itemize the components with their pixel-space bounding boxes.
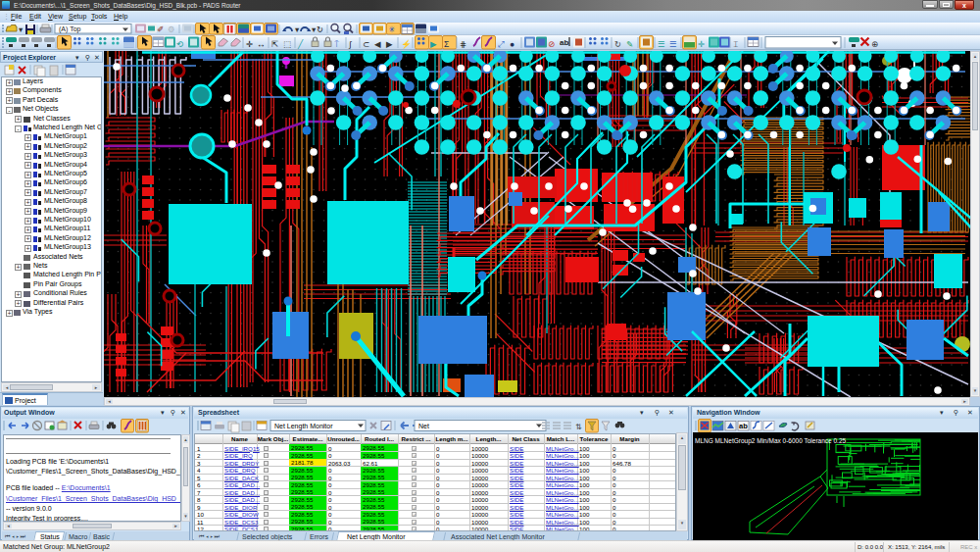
svg-text:✳: ✳ xyxy=(388,25,395,34)
svg-text:▾: ▾ xyxy=(295,25,300,34)
svg-text:⌶: ⌶ xyxy=(733,39,738,49)
svg-text:↔: ↔ xyxy=(257,39,266,49)
svg-text:✛: ✛ xyxy=(246,39,253,49)
svg-text:⋕: ⋕ xyxy=(460,39,466,49)
svg-text:⚡: ⚡ xyxy=(401,39,412,50)
svg-text:Net Length Monitor: Net Length Monitor xyxy=(274,423,333,430)
svg-text:↻: ↻ xyxy=(614,39,621,49)
svg-text:ab: ab xyxy=(739,422,748,430)
svg-text:●: ● xyxy=(510,39,514,49)
svg-text:⊕: ⊕ xyxy=(871,39,878,49)
svg-text:⇅: ⇅ xyxy=(575,423,582,431)
svg-text:✛: ✛ xyxy=(698,39,705,49)
svg-text:(A) Top: (A) Top xyxy=(59,25,81,33)
svg-text:↻: ↻ xyxy=(317,25,323,34)
svg-text:MLNG MLNetGroup2 Min/Max 0-600: MLNG MLNetGroup2 Min/Max 0-6000 Toleranc… xyxy=(695,437,847,445)
svg-text:∫: ∫ xyxy=(348,39,352,49)
svg-text:☰: ☰ xyxy=(658,39,665,49)
svg-text:⊘: ⊘ xyxy=(548,39,555,49)
svg-text:⤢: ⤢ xyxy=(498,39,505,49)
svg-text:✎: ✎ xyxy=(626,39,633,49)
svg-text:ab: ab xyxy=(560,38,568,47)
svg-text:Σ: Σ xyxy=(444,39,449,49)
svg-text:⊂: ⊂ xyxy=(363,39,369,49)
svg-text:Net: Net xyxy=(418,423,429,429)
svg-text:⬚: ⬚ xyxy=(283,39,291,49)
svg-text:⇱: ⇱ xyxy=(271,39,278,49)
svg-text:⚙: ⚙ xyxy=(168,25,175,34)
svg-text:⟲: ⟲ xyxy=(176,39,183,49)
svg-text:╱: ╱ xyxy=(297,39,304,50)
svg-text:▶: ▶ xyxy=(430,39,437,49)
svg-text:⍑: ⍑ xyxy=(334,39,340,49)
svg-text:▶: ▶ xyxy=(386,39,393,49)
svg-text:✐: ✐ xyxy=(157,25,164,34)
svg-text:◀: ◀ xyxy=(374,39,381,49)
svg-text:☰: ☰ xyxy=(669,39,677,49)
svg-text:▾: ▾ xyxy=(19,25,24,34)
